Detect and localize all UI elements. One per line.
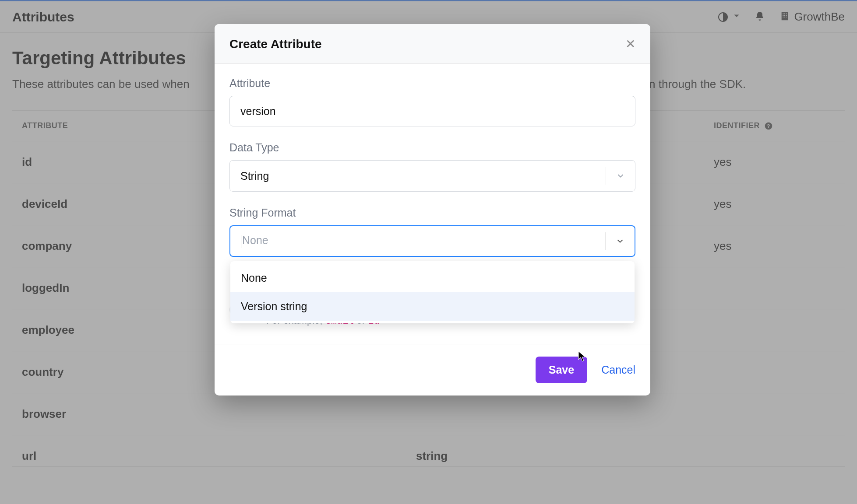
datatype-value: String <box>230 170 606 182</box>
attribute-input[interactable] <box>229 96 635 126</box>
stringformat-dropdown: None Version string <box>230 261 635 323</box>
save-button[interactable]: Save <box>536 357 587 383</box>
create-attribute-modal: Create Attribute ✕ Attribute Data Type S… <box>215 24 650 396</box>
stringformat-placeholder: None <box>230 234 605 248</box>
stringformat-label: String Format <box>229 206 635 219</box>
close-button[interactable]: ✕ <box>625 38 635 50</box>
modal-header: Create Attribute ✕ <box>215 24 650 64</box>
modal-title: Create Attribute <box>229 37 322 51</box>
modal-footer: Save Cancel <box>215 344 650 396</box>
dropdown-option-version-string[interactable]: Version string <box>230 292 635 321</box>
chevron-down-icon <box>606 171 635 181</box>
datatype-label: Data Type <box>229 141 635 154</box>
attribute-label: Attribute <box>229 77 635 90</box>
close-icon: ✕ <box>625 37 635 51</box>
modal-body: Attribute Data Type String String Format… <box>215 64 650 344</box>
datatype-select[interactable]: String <box>229 160 635 192</box>
stringformat-select[interactable]: None None Version string <box>229 225 635 257</box>
cancel-button[interactable]: Cancel <box>601 364 635 376</box>
dropdown-option-none[interactable]: None <box>230 264 635 292</box>
chevron-down-icon <box>606 236 635 246</box>
